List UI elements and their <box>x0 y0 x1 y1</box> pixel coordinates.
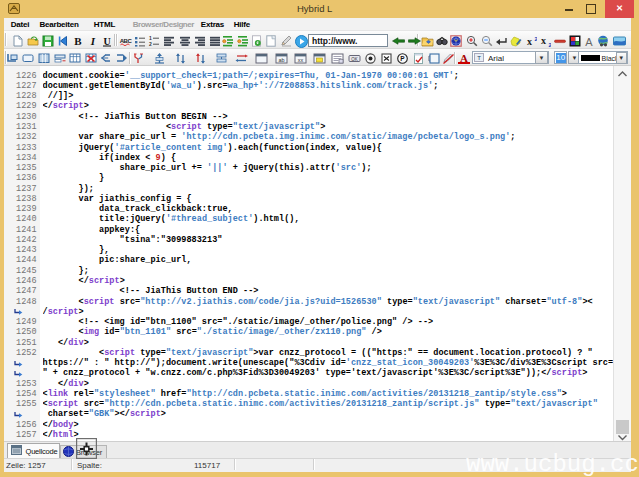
svg-text:2: 2 <box>149 41 152 47</box>
svg-text:x: x <box>527 36 532 47</box>
svg-text:2: 2 <box>549 42 552 47</box>
svg-text:B: B <box>74 35 82 47</box>
svg-text:P: P <box>400 55 405 62</box>
svg-text:ab: ab <box>278 56 284 62</box>
svg-text:OK: OK <box>351 56 358 61</box>
svg-text:2: 2 <box>534 36 537 42</box>
svg-text:x: x <box>541 35 546 46</box>
svg-text:U: U <box>103 36 110 47</box>
svg-text:A: A <box>585 36 593 48</box>
svg-text:I: I <box>89 35 95 47</box>
svg-text:xx: xx <box>298 56 304 62</box>
svg-text:ABC: ABC <box>119 38 131 44</box>
